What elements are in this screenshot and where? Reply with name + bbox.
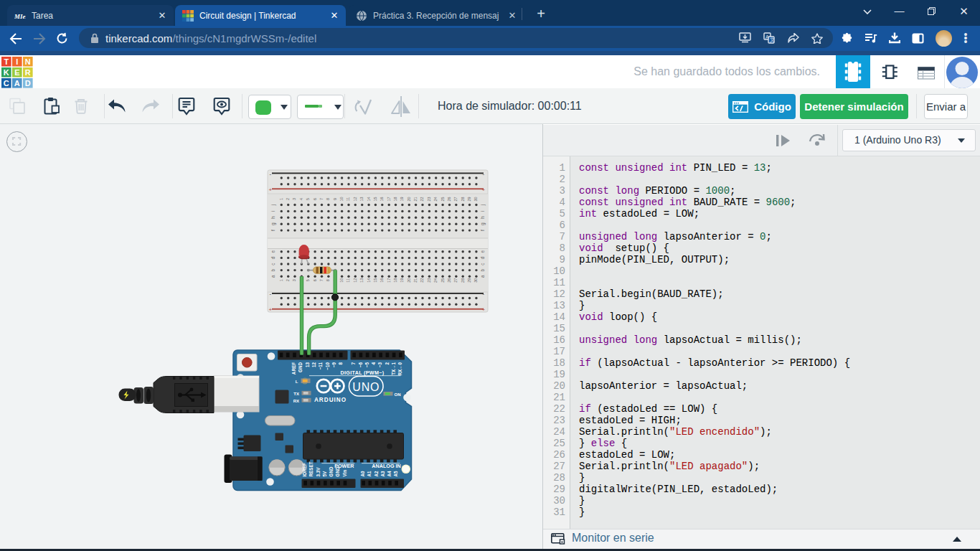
svg-text:16: 16 [380,197,384,201]
svg-text:POWER: POWER [334,463,354,469]
svg-text:e: e [480,250,485,253]
svg-text:15: 15 [373,197,377,201]
svg-text:14: 14 [367,278,371,283]
svg-text:24: 24 [433,197,438,201]
svg-text:N: N [25,57,31,66]
svg-text:b: b [480,268,485,271]
svg-text:RESET: RESET [308,461,314,476]
svg-text:11: 11 [346,278,350,283]
svg-text:A1: A1 [367,471,372,477]
svg-text:RX: RX [293,399,299,403]
svg-text:ON: ON [395,392,401,397]
svg-text:18: 18 [393,278,397,283]
svg-text:A0: A0 [360,471,365,477]
svg-text:RX←0: RX←0 [397,362,402,376]
svg-text:3: 3 [292,198,296,200]
svg-text:10: 10 [339,278,344,283]
svg-text:C: C [4,79,9,88]
svg-text:+: + [269,187,273,193]
svg-text:~11: ~11 [318,362,323,370]
svg-text:7: 7 [319,279,324,281]
svg-text:K: K [4,68,9,77]
svg-text:+: + [482,187,486,193]
svg-text:8: 8 [326,198,330,200]
svg-text:11: 11 [346,197,350,202]
svg-text:R: R [25,68,31,77]
svg-text:Vin: Vin [342,470,347,477]
svg-text:TX→1: TX→1 [391,362,396,375]
svg-text:6: 6 [313,198,317,200]
svg-text:i: i [270,211,275,212]
svg-text:D: D [25,79,31,88]
svg-text:d: d [270,256,275,259]
svg-text:28: 28 [461,278,465,283]
svg-text:g: g [270,222,276,225]
svg-text:29: 29 [467,278,471,283]
svg-text:20: 20 [407,278,411,283]
svg-text:MIeL: MIeL [14,12,26,19]
svg-text:30: 30 [473,197,478,201]
svg-text:h: h [480,216,485,219]
svg-text:1: 1 [279,279,283,281]
svg-text:-: - [270,171,272,177]
svg-text:18: 18 [393,197,397,201]
svg-text:-: - [270,291,272,297]
svg-text:I: I [16,57,18,66]
svg-text:-: - [483,291,485,297]
svg-text:25: 25 [440,278,445,283]
svg-text:3: 3 [292,279,296,281]
svg-text:12: 12 [353,278,357,283]
svg-text:a: a [270,275,275,278]
svg-text:GND: GND [298,362,303,372]
svg-text:~6: ~6 [358,362,363,368]
svg-text:2: 2 [385,362,390,365]
svg-text:23: 23 [427,197,431,201]
svg-text:21: 21 [413,278,418,283]
svg-text:14: 14 [367,197,371,201]
svg-text:A5: A5 [393,471,398,477]
svg-text:12: 12 [353,197,357,201]
svg-text:A2: A2 [374,471,379,477]
svg-text:+: + [269,306,273,313]
svg-text:j: j [480,204,486,206]
svg-text:25: 25 [440,197,445,201]
svg-text:13: 13 [359,278,364,283]
svg-text:7: 7 [319,198,324,200]
svg-text:1: 1 [279,198,283,200]
svg-text:~3: ~3 [377,362,382,368]
svg-text:8: 8 [338,362,343,365]
svg-text:17: 17 [387,197,391,201]
svg-text:24: 24 [433,278,438,283]
svg-text:15: 15 [373,278,377,283]
svg-text:j: j [270,204,276,206]
svg-text:5: 5 [306,198,310,200]
svg-text:27: 27 [453,197,458,201]
svg-text:T: T [4,57,9,66]
svg-text:20: 20 [407,197,411,201]
svg-text:2: 2 [286,279,290,281]
svg-text:2: 2 [286,198,290,200]
svg-text:21: 21 [413,197,418,201]
svg-text:d: d [480,256,485,259]
svg-text:A3: A3 [380,471,385,477]
svg-text:6: 6 [313,279,317,281]
svg-text:12: 12 [311,362,316,368]
svg-text:ANALOG IN: ANALOG IN [372,463,400,469]
svg-text:7: 7 [351,362,356,365]
svg-text:17: 17 [387,278,391,283]
svg-text:28: 28 [461,197,465,201]
svg-text:30: 30 [473,278,478,283]
svg-text:f: f [480,230,485,231]
svg-text:GND: GND [329,466,334,476]
svg-text:g: g [480,222,486,225]
svg-text:AREF: AREF [291,362,296,375]
svg-text:ARDUINO: ARDUINO [314,397,347,403]
svg-text:3.3V: 3.3V [316,467,321,477]
svg-text:4: 4 [371,362,376,365]
svg-text:26: 26 [447,278,451,283]
svg-text:TX: TX [293,392,299,396]
svg-text:a: a [480,275,485,278]
svg-text:e: e [270,250,275,253]
svg-text:13: 13 [359,197,364,201]
svg-text:~5: ~5 [364,362,369,368]
